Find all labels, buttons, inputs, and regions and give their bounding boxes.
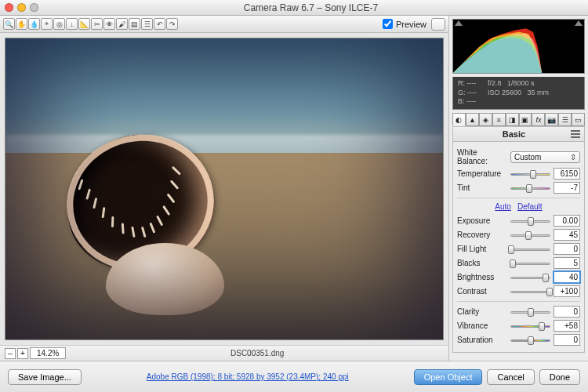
titlebar: Camera Raw 6.7 – Sony ILCE-7 — [0, 0, 588, 16]
tint-label: Tint — [457, 183, 507, 192]
temperature-label: Temperature — [457, 169, 507, 178]
contrast-slider[interactable] — [510, 287, 550, 296]
readout-aperture: f/2.8 — [488, 79, 502, 87]
panel-header: Basic — [452, 126, 585, 142]
blacks-slider[interactable] — [510, 259, 550, 268]
auto-link[interactable]: Auto — [495, 202, 511, 211]
filllight-label: Fill Light — [457, 245, 507, 253]
recovery-slider[interactable] — [510, 230, 550, 240]
hand-tool-icon[interactable]: ✋ — [16, 18, 27, 30]
cancel-button[interactable]: Cancel — [487, 369, 534, 385]
tint-value[interactable]: -7 — [554, 182, 580, 194]
color-sampler-icon[interactable]: ⌖ — [41, 18, 53, 30]
exposure-value[interactable]: 0.00 — [554, 215, 580, 227]
crop-tool-icon[interactable]: ⟂ — [66, 18, 78, 30]
readout-shutter: 1/8000 s — [507, 79, 535, 87]
readout-r: R: ---- — [458, 79, 477, 89]
tab-snapshots-icon[interactable]: ▭ — [572, 113, 585, 126]
recovery-label: Recovery — [457, 230, 507, 239]
window-title: Camera Raw 6.7 – Sony ILCE-7 — [38, 2, 583, 13]
clarity-label: Clarity — [457, 307, 507, 316]
exif-readout: R: ---- G: ---- B: ---- f/2.8 1/8000 s I… — [452, 77, 585, 110]
minimize-window-button[interactable] — [17, 3, 26, 12]
preview-statusbar: – + 14.2% DSC00351.dng — [0, 345, 448, 361]
image-preview[interactable] — [5, 38, 444, 340]
contrast-value[interactable]: +100 — [554, 285, 580, 297]
filllight-slider[interactable] — [510, 245, 550, 254]
highlight-clip-icon[interactable] — [575, 20, 583, 26]
footer: Save Image... Adobe RGB (1998); 8 bit; 5… — [0, 361, 588, 392]
brightness-label: Brightness — [457, 273, 507, 281]
clarity-slider[interactable] — [510, 307, 550, 317]
blacks-value[interactable]: 5 — [554, 257, 580, 269]
wb-select[interactable]: Custom⇳ — [510, 151, 580, 163]
done-button[interactable]: Done — [539, 369, 580, 385]
readout-g: G: ---- — [458, 89, 477, 98]
zoom-in-button[interactable]: + — [17, 348, 28, 359]
temperature-slider[interactable] — [510, 169, 550, 179]
saturation-slider[interactable] — [510, 336, 550, 345]
readout-iso: ISO 25600 — [488, 89, 521, 96]
tab-detail-icon[interactable]: ◈ — [479, 113, 492, 126]
basic-panel: White Balance: Custom⇳ Temperature6150 T… — [452, 142, 585, 353]
wb-label: White Balance: — [457, 148, 507, 165]
default-link[interactable]: Default — [517, 202, 543, 211]
target-adjust-icon[interactable]: ◎ — [53, 18, 65, 30]
preview-checkbox[interactable]: Preview — [383, 19, 426, 29]
saturation-label: Saturation — [457, 336, 507, 344]
exposure-label: Exposure — [457, 216, 507, 225]
filllight-value[interactable]: 0 — [554, 243, 580, 255]
fullscreen-toggle-icon[interactable] — [431, 18, 445, 31]
spot-removal-icon[interactable]: ✂ — [91, 18, 103, 30]
tint-slider[interactable] — [510, 183, 550, 193]
save-image-button[interactable]: Save Image... — [8, 369, 82, 385]
preview-checkbox-input[interactable] — [383, 19, 393, 29]
preview-label: Preview — [396, 20, 426, 29]
tab-fx-icon[interactable]: fx — [532, 113, 545, 126]
panel-title: Basic — [457, 129, 571, 139]
filename-label: DSC00351.dng — [71, 349, 444, 358]
tab-presets-icon[interactable]: ☰ — [558, 113, 572, 126]
adjustment-brush-icon[interactable]: 🖌 — [116, 18, 128, 30]
brightness-slider[interactable] — [510, 273, 550, 282]
tab-split-icon[interactable]: ◨ — [506, 113, 519, 126]
readout-focal: 35 mm — [528, 89, 550, 96]
saturation-value[interactable]: 0 — [554, 334, 580, 346]
prefs-icon[interactable]: ☰ — [141, 18, 153, 30]
top-toolbar: 🔍 ✋ 💧 ⌖ ◎ ⟂ 📐 ✂ 👁 🖌 ▤ ☰ ↶ ↷ Preview — [0, 16, 448, 33]
straighten-tool-icon[interactable]: 📐 — [78, 18, 90, 30]
open-object-button[interactable]: Open Object — [414, 369, 483, 385]
wb-eyedropper-icon[interactable]: 💧 — [28, 18, 40, 30]
zoom-tool-icon[interactable]: 🔍 — [3, 18, 15, 30]
tab-calib-icon[interactable]: 📷 — [545, 113, 558, 126]
recovery-value[interactable]: 45 — [554, 229, 580, 241]
rotate-ccw-icon[interactable]: ↶ — [154, 18, 165, 30]
vibrance-label: Vibrance — [457, 321, 507, 330]
vibrance-value[interactable]: +58 — [554, 320, 580, 332]
zoom-level[interactable]: 14.2% — [30, 347, 66, 359]
temperature-value[interactable]: 6150 — [554, 168, 580, 180]
blacks-label: Blacks — [457, 259, 507, 267]
redeye-tool-icon[interactable]: 👁 — [103, 18, 115, 30]
clarity-value[interactable]: 0 — [554, 306, 580, 318]
window-controls — [5, 3, 38, 12]
rotate-cw-icon[interactable]: ↷ — [166, 18, 178, 30]
contrast-label: Contrast — [457, 287, 507, 296]
histogram[interactable] — [452, 19, 585, 74]
panel-menu-icon[interactable] — [571, 130, 580, 138]
chevron-updown-icon: ⇳ — [570, 153, 576, 162]
workflow-link[interactable]: Adobe RGB (1998); 8 bit; 5928 by 3952 (2… — [86, 372, 409, 381]
close-window-button[interactable] — [5, 3, 13, 12]
zoom-window-button[interactable] — [30, 3, 38, 12]
panel-tabs: ◐ ▲ ◈ ≡ ◨ ▣ fx 📷 ☰ ▭ — [452, 113, 585, 126]
vibrance-slider[interactable] — [510, 321, 550, 331]
tab-basic-icon[interactable]: ◐ — [452, 113, 466, 126]
exposure-slider[interactable] — [510, 216, 550, 226]
tab-hsl-icon[interactable]: ≡ — [492, 113, 506, 126]
zoom-out-button[interactable]: – — [5, 348, 16, 359]
tab-lens-icon[interactable]: ▣ — [519, 113, 532, 126]
brightness-value[interactable]: 40 — [554, 271, 580, 283]
readout-b: B: ---- — [458, 97, 477, 107]
graduated-filter-icon[interactable]: ▤ — [129, 18, 140, 30]
tab-curve-icon[interactable]: ▲ — [466, 113, 479, 126]
